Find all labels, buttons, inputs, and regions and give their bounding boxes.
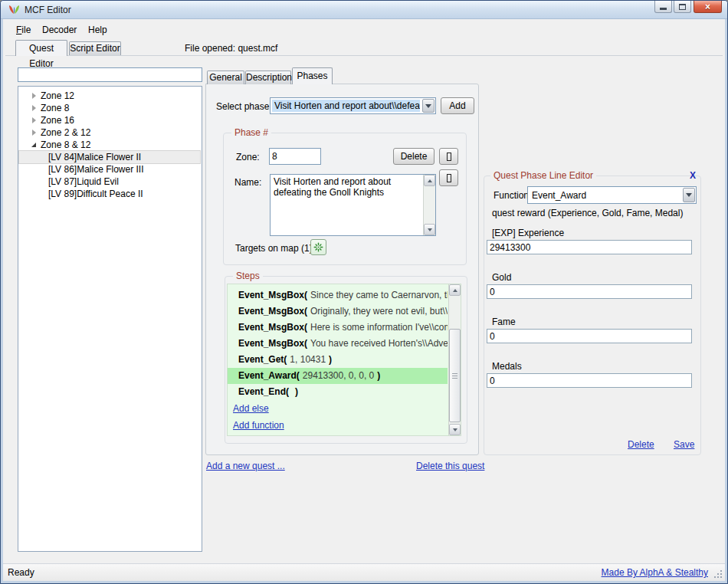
app-logo-icon (8, 4, 21, 17)
delete-this-quest-link[interactable]: Delete this quest (416, 461, 484, 471)
maximize-button[interactable] (674, 1, 691, 13)
move-up-button[interactable] (439, 148, 458, 165)
step-row-selected[interactable]: Event_Award(29413300, 0, 0, 0) (228, 368, 448, 384)
chevron-down-icon (686, 193, 692, 197)
window: MCF Editor × File Decoder Help Quest Edi… (0, 0, 728, 584)
tree-collapse-icon[interactable] (27, 105, 41, 111)
targets-map-button[interactable] (310, 239, 326, 255)
close-button[interactable]: × (694, 1, 722, 13)
step-close: ) (295, 386, 298, 397)
scroll-down-button[interactable] (449, 424, 461, 435)
target-marker-icon (313, 242, 323, 252)
add-phase-button-label: Add (449, 100, 465, 111)
tree-item-label: [LV 89]Difficult Peace II (48, 189, 143, 199)
tree-item-label: [LV 86]Malice Flower III (48, 164, 144, 175)
line-editor-delete-link[interactable]: Delete (628, 439, 654, 450)
tree-item-zone-16[interactable]: Zone 16 (19, 114, 200, 126)
steps-scrollbar[interactable] (448, 284, 461, 435)
tab-script-editor-label: Script Editor (70, 43, 120, 54)
arrow-up-icon (453, 289, 457, 292)
name-field: Visit Horten and report about defeating … (270, 174, 436, 236)
delete-phase-button[interactable]: Delete (393, 148, 435, 165)
step-row[interactable]: Event_Get(1, 10431) (228, 352, 448, 368)
name-scrollbar[interactable] (423, 175, 435, 235)
phase-groupbox-title: Phase # (231, 127, 271, 138)
scrollbar-thumb[interactable] (449, 329, 461, 422)
tab-quest-editor-label: Quest Editor (29, 43, 54, 69)
dropdown-button[interactable] (683, 188, 695, 202)
function-combo[interactable]: Event_Award (527, 186, 697, 204)
tree-item-lv87-liquid-evil[interactable]: [LV 87]Liquid Evil (19, 176, 200, 188)
tree-item-label: [LV 84]Malice Flower II (48, 152, 141, 162)
maximize-icon (679, 4, 686, 10)
step-row[interactable]: Event_MsgBox(Since they came to Caernarv… (228, 287, 448, 303)
fame-label: Fame (492, 317, 516, 327)
combo-selected-text: Event_Award (530, 189, 680, 202)
tree-item-zone-8[interactable]: Zone 8 (19, 102, 200, 114)
box-glyph-icon (447, 153, 451, 161)
tab-description-label: Description (246, 72, 292, 83)
move-down-button[interactable] (439, 169, 458, 186)
step-args: 1, 10431 (290, 354, 326, 365)
tree-item-lv89-difficult-peace-ii[interactable]: [LV 89]Difficult Peace II (19, 188, 200, 200)
add-new-quest-link[interactable]: Add a new quest ... (206, 461, 285, 471)
titlebar[interactable]: MCF Editor × (1, 1, 727, 19)
scroll-down-button[interactable] (424, 224, 435, 235)
tab-description[interactable]: Description (245, 71, 291, 84)
menu-item-help[interactable]: Help (85, 23, 110, 37)
tree-collapse-icon[interactable] (27, 93, 41, 99)
tab-quest-editor[interactable]: Quest Editor (15, 40, 67, 56)
window-title: MCF Editor (25, 5, 71, 15)
minimize-button[interactable] (654, 1, 672, 13)
tree-collapse-icon[interactable] (27, 130, 41, 136)
tree-item-lv84-malice-flower-ii[interactable]: [LV 84]Malice Flower II (19, 151, 200, 163)
gold-input[interactable] (487, 284, 692, 299)
tab-phases[interactable]: Phases (292, 67, 333, 84)
credits-link[interactable]: Made By AlphA & Stealthy (602, 567, 708, 578)
tree-item-lv86-malice-flower-iii[interactable]: [LV 86]Malice Flower III (19, 163, 200, 176)
name-textarea[interactable]: Visit Horten and report about defeating … (271, 175, 422, 235)
add-function-link[interactable]: Add function (233, 420, 284, 431)
step-row[interactable]: Event_MsgBox(Originally, they were not e… (228, 303, 448, 320)
step-row[interactable]: Event_End() (228, 384, 448, 400)
tree-collapse-icon[interactable] (27, 117, 41, 123)
step-close: ) (377, 370, 380, 381)
tab-script-editor[interactable]: Script Editor (69, 41, 121, 55)
fame-input[interactable] (487, 329, 692, 343)
step-function: Event_Get( (238, 354, 287, 365)
add-phase-button[interactable]: Add (441, 97, 474, 114)
menu-item-decoder[interactable]: Decoder (39, 23, 80, 37)
scroll-up-button[interactable] (424, 175, 435, 186)
add-else-link[interactable]: Add else (233, 403, 269, 414)
resize-grip-icon[interactable] (713, 569, 723, 579)
medals-input[interactable] (487, 373, 692, 388)
zone-label: Zone: (236, 152, 260, 162)
step-function: Event_MsgBox( (238, 306, 307, 317)
function-description: quest reward (Experience, Gold, Fame, Me… (492, 208, 683, 218)
tab-general[interactable]: General (207, 71, 244, 84)
scroll-up-button[interactable] (449, 284, 461, 296)
select-phase-combo[interactable]: Visit Horten and report about\\defeating (270, 97, 436, 114)
tab-phases-label: Phases (297, 71, 327, 81)
tree-item-zone-8-12[interactable]: Zone 8 & 12 (19, 139, 200, 151)
exp-input[interactable] (487, 240, 692, 254)
line-editor-close-button[interactable]: X (690, 170, 696, 181)
file-opened-label: File opened: quest.mcf (185, 43, 277, 54)
box-glyph-icon (447, 174, 451, 182)
tree-expand-icon[interactable] (27, 143, 41, 147)
line-editor-save-link[interactable]: Save (674, 439, 694, 450)
statusbar: Ready Made By AlphA & Stealthy (3, 563, 725, 581)
step-row[interactable]: Event_MsgBox(You have received Horten's\… (228, 336, 448, 352)
name-label: Name: (234, 177, 261, 188)
step-row[interactable]: Event_MsgBox(Here is some information I'… (228, 320, 448, 336)
step-args: Since they came to Caernarvon, the (310, 290, 448, 300)
step-function: Event_Award( (238, 370, 300, 381)
tree-item-zone-12[interactable]: Zone 12 (19, 90, 200, 102)
dropdown-button[interactable] (422, 99, 435, 113)
zone-input[interactable] (269, 148, 321, 165)
tree-item-zone-2-12[interactable]: Zone 2 & 12 (19, 126, 200, 139)
step-args: Here is some information I've\\comp (310, 322, 448, 333)
menu-item-file[interactable]: File (13, 23, 34, 37)
step-args: 29413300, 0, 0, 0 (303, 370, 374, 381)
step-function: Event_MsgBox( (238, 322, 307, 333)
